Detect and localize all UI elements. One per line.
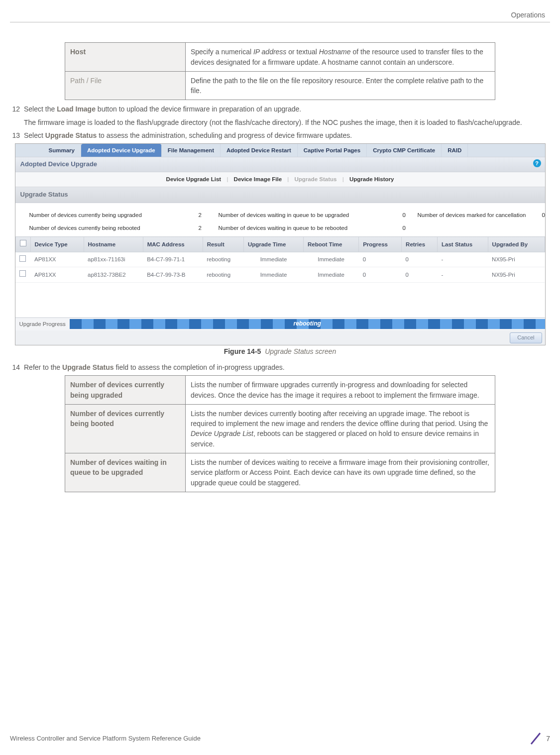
- col-upgraded-by[interactable]: Upgraded By: [488, 237, 545, 252]
- row-checkbox[interactable]: [19, 270, 26, 277]
- tab-adopted-device-upgrade[interactable]: Adopted Device Upgrade: [81, 144, 162, 157]
- select-all-checkbox[interactable]: [20, 240, 26, 246]
- cell: Immediate: [243, 252, 303, 267]
- cell: Immediate: [243, 267, 303, 283]
- def-desc: Define the path to the file on the file …: [185, 71, 495, 100]
- cell: AP81XX: [30, 252, 84, 267]
- col-result[interactable]: Result: [203, 237, 243, 252]
- def-desc: Lists the number devices currently booti…: [185, 404, 495, 453]
- stat-label: Number of devices waiting in queue to be…: [219, 224, 403, 232]
- col-device-type[interactable]: Device Type: [30, 237, 84, 252]
- figure-caption: Figure 14-5 Upgrade Status screen: [10, 346, 550, 356]
- step-text: button to upload the device firmware in …: [96, 105, 301, 113]
- tab-summary[interactable]: Summary: [43, 144, 81, 157]
- table-row: Number of devices waiting in queue to be…: [65, 453, 495, 492]
- cell: 0: [402, 267, 438, 283]
- cell: Immediate: [304, 252, 359, 267]
- cell: AP81XX: [30, 267, 84, 283]
- col-mac-address[interactable]: MAC Address: [143, 237, 203, 252]
- cell: -: [438, 267, 488, 283]
- stat-label: Number of devices waiting in queue to be…: [219, 211, 403, 219]
- progress-bar: rebooting: [70, 319, 545, 329]
- cell: 0: [402, 252, 438, 267]
- table-row: Number of devices currently being upgrad…: [65, 376, 495, 405]
- page-footer: Wireless Controller and Service Platform…: [10, 731, 550, 746]
- upgrade-progress-row: Upgrade Progress rebooting: [15, 318, 545, 330]
- cell: NX95-Pri: [488, 267, 545, 283]
- cell: B4-C7-99-73-B: [143, 267, 203, 283]
- definition-table-top: Host Specify a numerical IP address or t…: [65, 42, 495, 100]
- upgrade-status-label: Upgrade Status: [62, 363, 113, 371]
- stat-label: Number of devices currently being upgrad…: [29, 211, 199, 219]
- table-row: Number of devices currently being booted…: [65, 404, 495, 453]
- col-reboot-time[interactable]: Reboot Time: [304, 237, 359, 252]
- cancel-button[interactable]: Cancel: [510, 332, 542, 343]
- subtab-upgrade-history[interactable]: Upgrade History: [349, 176, 394, 182]
- step-number: 12: [10, 104, 20, 127]
- stat-label: Number of devices currently being reboot…: [29, 224, 199, 232]
- step-paragraph: The firmware image is loaded to the flas…: [24, 117, 550, 127]
- tab-file-management[interactable]: File Management: [162, 144, 221, 157]
- progress-label: Upgrade Progress: [15, 318, 70, 330]
- step-12: 12 Select the Load Image button to uploa…: [10, 104, 550, 127]
- cell: -: [438, 252, 488, 267]
- subtab-device-upgrade-list[interactable]: Device Upgrade List: [166, 176, 222, 182]
- step-text: to assess the administration, scheduling…: [97, 131, 352, 139]
- header-section: Operations: [0, 10, 560, 22]
- step-13: 13 Select Upgrade Status to assess the a…: [10, 130, 550, 140]
- stat-value: 0: [542, 211, 552, 219]
- table-row[interactable]: AP81XX ap8132-73BE2 B4-C7-99-73-B reboot…: [15, 267, 545, 283]
- col-last-status[interactable]: Last Status: [438, 237, 488, 252]
- upgrade-status-screenshot: Summary Adopted Device Upgrade File Mana…: [15, 143, 546, 345]
- def-label: Number of devices waiting in queue to be…: [65, 453, 186, 492]
- col-hostname[interactable]: Hostname: [84, 237, 143, 252]
- step-14: 14 Refer to the Upgrade Status field to …: [10, 362, 550, 372]
- tab-captive-portal-pages[interactable]: Captive Portal Pages: [298, 144, 367, 157]
- cell: ap8132-73BE2: [84, 267, 143, 283]
- col-upgrade-time[interactable]: Upgrade Time: [243, 237, 303, 252]
- cell: 0: [359, 252, 402, 267]
- device-table: Device Type Hostname MAC Address Result …: [15, 236, 545, 318]
- upgrade-stats: Number of devices currently being upgrad…: [15, 203, 545, 236]
- cell: rebooting: [203, 252, 243, 267]
- def-label: Number of devices currently being booted: [65, 404, 186, 453]
- section-head: Upgrade Status: [15, 187, 545, 203]
- cell: rebooting: [203, 267, 243, 283]
- load-image-label: Load Image: [57, 105, 96, 113]
- cell: ap81xx-71163i: [84, 252, 143, 267]
- cell: 0: [359, 267, 402, 283]
- table-row[interactable]: AP81XX ap81xx-71163i B4-C7-99-71-1 reboo…: [15, 252, 545, 267]
- tab-crypto-cmp-certificate[interactable]: Crypto CMP Certificate: [367, 144, 442, 157]
- col-progress[interactable]: Progress: [359, 237, 402, 252]
- cell: Immediate: [304, 267, 359, 283]
- def-desc: Specify a numerical IP address or textua…: [185, 43, 495, 72]
- subtab-device-image-file[interactable]: Device Image File: [234, 176, 282, 182]
- slash-icon: [528, 731, 543, 746]
- stat-value: 0: [403, 224, 418, 232]
- step-text: Select: [24, 131, 45, 139]
- sub-tabs: Device Upgrade List | Device Image File …: [15, 172, 545, 187]
- table-row: Host Specify a numerical IP address or t…: [65, 43, 495, 72]
- step-text: Select the: [24, 105, 57, 113]
- page-number: 7: [546, 734, 550, 744]
- stat-label: Number of devices marked for cancellatio…: [418, 211, 542, 219]
- table-row: Path / File Define the path to the file …: [65, 71, 495, 100]
- col-retries[interactable]: Retries: [402, 237, 438, 252]
- row-checkbox[interactable]: [19, 255, 26, 262]
- subtab-upgrade-status[interactable]: Upgrade Status: [295, 176, 337, 182]
- svg-line-0: [531, 733, 540, 744]
- help-icon[interactable]: ?: [533, 159, 541, 167]
- definition-table-bottom: Number of devices currently being upgrad…: [65, 375, 495, 492]
- stat-value: 2: [199, 224, 219, 232]
- cell: B4-C7-99-71-1: [143, 252, 203, 267]
- header-rule: [10, 22, 550, 22]
- upgrade-status-label: Upgrade Status: [45, 131, 97, 139]
- top-tabs: Summary Adopted Device Upgrade File Mana…: [15, 144, 545, 157]
- def-label: Path / File: [65, 71, 186, 100]
- step-number: 13: [10, 130, 20, 140]
- step-number: 14: [10, 362, 20, 372]
- tab-adopted-device-restart[interactable]: Adopted Device Restart: [221, 144, 298, 157]
- footer-left: Wireless Controller and Service Platform…: [10, 734, 201, 744]
- tab-raid[interactable]: RAID: [442, 144, 468, 157]
- step-text: field to assess the completion of in-pro…: [114, 363, 285, 371]
